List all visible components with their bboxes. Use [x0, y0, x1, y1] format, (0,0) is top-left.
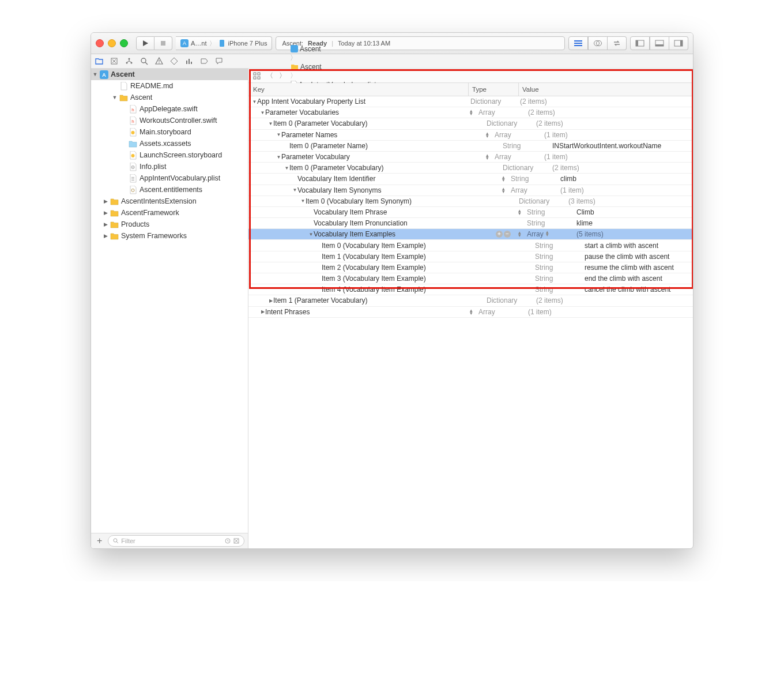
toggle-debug-button[interactable]	[650, 36, 669, 50]
plist-row[interactable]: ▼Item 0 (Parameter Vocabulary)Dictionary…	[248, 118, 693, 129]
plist-row[interactable]: ▼Vocabulary Item SynonymsArray(1 item)	[248, 185, 693, 196]
column-value-header[interactable]: Value	[519, 83, 693, 96]
plist-row[interactable]: Item 3 (Vocabulary Item Example)Stringen…	[248, 273, 693, 284]
minus-icon[interactable]: −	[504, 231, 511, 238]
test-navigator-tab[interactable]	[169, 57, 179, 66]
tree-root[interactable]: ▼ A Ascent	[91, 69, 248, 80]
plus-icon[interactable]: +	[496, 231, 503, 238]
disclosure-triangle[interactable]: ▼	[268, 121, 273, 126]
tree-item[interactable]: AppIntentVocabulary.plist	[91, 172, 248, 184]
toggle-inspector-button[interactable]	[669, 36, 688, 50]
breadcrumb-item[interactable]: Ascent	[289, 45, 378, 53]
editor-mode-segment	[568, 36, 627, 50]
related-items-button[interactable]	[251, 72, 263, 80]
plist-row[interactable]: Item 0 (Parameter Name)StringINStartWork…	[248, 141, 693, 152]
tree-item[interactable]: hWorkoutsController.swift	[91, 115, 248, 126]
tree-item[interactable]: ▶System Frameworks	[91, 230, 248, 242]
stepper-icon[interactable]	[518, 209, 521, 215]
disclosure-triangle[interactable]: ▼	[300, 198, 306, 204]
plist-body[interactable]: ▼App Intent Vocabulary Property ListDict…	[248, 96, 693, 548]
close-window-button[interactable]	[96, 39, 104, 47]
stop-button[interactable]	[154, 36, 172, 50]
tree-item[interactable]: ▶AscentIntentsExtension	[91, 195, 248, 207]
add-button[interactable]: +	[95, 536, 104, 546]
stepper-icon[interactable]	[486, 154, 489, 160]
type-stepper-icon[interactable]	[546, 231, 549, 236]
hierarchy-navigator-tab[interactable]	[125, 57, 134, 66]
add-remove-buttons[interactable]: +−	[496, 231, 511, 238]
stepper-icon[interactable]	[470, 309, 473, 315]
plist-row[interactable]: Item 2 (Vocabulary Item Example)Stringre…	[248, 262, 693, 273]
disclosure-triangle[interactable]: ▼	[260, 110, 265, 115]
zoom-window-button[interactable]	[120, 39, 128, 47]
plist-row[interactable]: Vocabulary Item PhraseStringClimb	[248, 207, 693, 218]
stepper-icon[interactable]	[486, 132, 489, 138]
plist-row[interactable]: ▼Parameter NamesArray(1 item)	[248, 130, 693, 141]
tree-item[interactable]: LaunchScreen.storyboard	[91, 149, 248, 161]
forward-button[interactable]: 〉	[277, 71, 288, 81]
toggle-navigator-button[interactable]	[630, 36, 650, 50]
gauge-icon	[185, 57, 193, 65]
minimize-window-button[interactable]	[108, 39, 116, 47]
tree-item-label: LaunchScreen.storyboard	[140, 151, 222, 159]
column-type-header[interactable]: Type	[469, 83, 519, 96]
plist-row[interactable]: ▶Item 1 (Parameter Vocabulary)Dictionary…	[248, 295, 693, 306]
plist-row[interactable]: Vocabulary Item IdentifierStringclimb	[248, 174, 693, 185]
project-navigator-tab[interactable]	[95, 57, 104, 66]
tree-item[interactable]: ▶Products	[91, 219, 248, 230]
disclosure-triangle[interactable]: ▼	[308, 232, 314, 237]
plist-row[interactable]: ▼Item 0 (Parameter Vocabulary)Dictionary…	[248, 163, 693, 174]
plist-row[interactable]: Vocabulary Item PronunciationStringklime	[248, 218, 693, 229]
breadcrumb-item[interactable]: Ascent	[289, 63, 378, 71]
run-button[interactable]	[136, 36, 154, 50]
symbol-navigator-tab[interactable]	[110, 57, 119, 66]
plist-row[interactable]: ▼App Intent Vocabulary Property ListDict…	[248, 96, 693, 107]
plist-key: Vocabulary Item Identifier	[297, 175, 375, 183]
find-navigator-tab[interactable]	[140, 57, 149, 66]
tree-item[interactable]: ▼Ascent	[91, 92, 248, 103]
stepper-icon[interactable]	[502, 176, 505, 182]
tree-item[interactable]: Main.storyboard	[91, 126, 248, 138]
plist-row[interactable]: ▼Item 0 (Vocabulary Item Synonym)Diction…	[248, 196, 693, 207]
disclosure-triangle[interactable]: ▼	[292, 187, 297, 193]
tree-item[interactable]: ▶AscentFramework	[91, 207, 248, 219]
version-editor-button[interactable]	[608, 36, 627, 50]
plist-row[interactable]: Item 0 (Vocabulary Item Example)Stringst…	[248, 240, 693, 251]
breakpoint-navigator-tab[interactable]	[199, 57, 209, 66]
tree-item[interactable]: Info.plist	[91, 161, 248, 172]
column-key-header[interactable]: Key	[248, 83, 469, 96]
svg-rect-1	[161, 41, 165, 46]
tree-item-label: AscentFramework	[121, 209, 179, 217]
tree-item[interactable]: Assets.xcassets	[91, 138, 248, 149]
stepper-icon[interactable]	[518, 231, 521, 237]
back-button[interactable]: 〈	[264, 71, 276, 81]
plist-row[interactable]: ▼Vocabulary Item Examples+−Array(5 items…	[248, 229, 693, 240]
plist-row[interactable]: Item 4 (Vocabulary Item Example)Stringca…	[248, 284, 693, 295]
plist-row[interactable]: ▶Intent PhrasesArray(1 item)	[248, 307, 693, 318]
disclosure-triangle[interactable]: ▼	[276, 132, 281, 137]
tree-item[interactable]: Ascent.entitlements	[91, 184, 248, 195]
disclosure-triangle[interactable]: ▶	[260, 309, 265, 314]
tree-item[interactable]: README.md	[91, 80, 248, 92]
stepper-icon[interactable]	[502, 187, 505, 193]
scheme-selector[interactable]: A A…nt 〉 iPhone 7 Plus	[176, 36, 272, 50]
report-navigator-tab[interactable]	[214, 57, 224, 66]
debug-navigator-tab[interactable]	[184, 57, 194, 66]
tree-item[interactable]: hAppDelegate.swift	[91, 103, 248, 115]
disclosure-triangle[interactable]: ▶	[268, 298, 273, 303]
standard-editor-button[interactable]	[568, 36, 588, 50]
disclosure-triangle[interactable]: ▼	[276, 155, 281, 160]
assistant-editor-button[interactable]	[588, 36, 608, 50]
jump-bar[interactable]: 〈 〉 Ascent〉Ascent〉AppIntentVocabulary.pl…	[248, 69, 693, 83]
filter-input[interactable]: Filter	[108, 535, 244, 547]
svg-rect-37	[254, 73, 256, 75]
plist-row[interactable]: Item 1 (Vocabulary Item Example)Stringpa…	[248, 251, 693, 262]
plist-value: (1 item)	[557, 186, 693, 194]
disclosure-triangle[interactable]: ▼	[284, 166, 289, 171]
stepper-icon[interactable]	[470, 110, 473, 115]
plist-row[interactable]: ▼Parameter VocabulariesArray(2 items)	[248, 107, 693, 118]
disclosure-triangle[interactable]: ▼	[252, 99, 257, 104]
plist-row[interactable]: ▼Parameter VocabularyArray(1 item)	[248, 152, 693, 163]
issue-navigator-tab[interactable]	[154, 57, 164, 66]
file-tree[interactable]: ▼ A Ascent README.md▼AscenthAppDelegate.…	[91, 69, 248, 533]
